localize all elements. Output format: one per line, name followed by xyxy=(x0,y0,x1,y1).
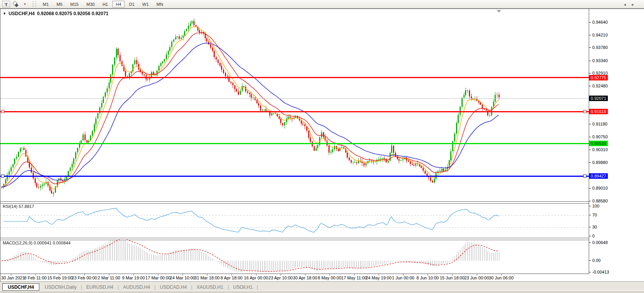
time-label: 8 Jun 10:00 xyxy=(416,276,439,280)
mt4-window: T ▼ M1M5M15M30H1H4D1W1MN ▼ USDCHF,H4 0.9… xyxy=(0,0,644,293)
time-label: 1 Jun 00:00 xyxy=(392,276,414,280)
time-label: 23 Jun 00:00 xyxy=(464,276,489,280)
time-label: 23 Apr 10:00 xyxy=(268,276,293,280)
time-label: 15 Feb 19:00 xyxy=(47,276,73,280)
tab-scroll-arrows: ◄► xyxy=(623,3,639,7)
line-anchor-handle[interactable] xyxy=(1,110,4,113)
rsi-canvas[interactable] xyxy=(0,203,589,238)
timeframe-button-h4[interactable]: H4 xyxy=(112,1,124,7)
current-price-label: 0.92071 xyxy=(589,96,608,101)
chart-tab-usoil-h1[interactable]: USOil,H1 xyxy=(229,284,256,291)
time-label: 8 Feb 11:00 xyxy=(24,276,47,280)
timeframe-button-m5[interactable]: M5 xyxy=(53,1,65,7)
time-label: 8 Apr 18:00 xyxy=(221,276,242,280)
horizontal-line-0.92775[interactable] xyxy=(0,77,589,78)
chart-area: ▼ USDCHF,H4 0.92068 0.92075 0.92056 0.92… xyxy=(0,9,644,282)
time-label: 17 Mar 00:00 xyxy=(146,276,171,280)
chart-title[interactable]: ▼ USDCHF,H4 0.92068 0.92075 0.92056 0.92… xyxy=(3,11,109,16)
hline-price-label: 0.90539 xyxy=(589,141,608,146)
chart-shift-marker[interactable] xyxy=(497,10,501,12)
rsi-label: RSI(14) 57.8817 xyxy=(3,204,34,209)
timeframe-button-h1[interactable]: H1 xyxy=(99,1,111,7)
chart-tab-usdcnh-daily[interactable]: USDCNH,Daily xyxy=(41,284,80,291)
time-label: 30 Jun 06:00 xyxy=(489,276,514,280)
time-label: 9 Mar 19:00 xyxy=(122,276,145,280)
time-label: 16 Apr 00:00 xyxy=(244,276,268,280)
time-label: 15 Jun 18:00 xyxy=(440,276,465,280)
tab-separator: | xyxy=(81,284,82,291)
time-label: 30 Jan 2021 xyxy=(1,276,25,280)
macd-pane: MACD(12,26,9) 0.000941 0.000844 xyxy=(0,239,589,274)
horizontal-line-0.89427[interactable] xyxy=(0,176,589,177)
price-axis[interactable]: 0.946400.942100.937800.933400.929100.924… xyxy=(589,9,644,274)
hline-price-label: 0.91618 xyxy=(589,109,608,114)
toolbar: T ▼ M1M5M15M30H1H4D1W1MN xyxy=(0,0,644,9)
time-label: 24 Mar 10:00 xyxy=(170,276,195,280)
text-tool-button[interactable]: T xyxy=(2,1,10,7)
time-axis[interactable]: 30 Jan 20218 Feb 11:0015 Feb 19:0023 Feb… xyxy=(0,274,589,282)
line-anchor-handle[interactable] xyxy=(1,174,4,178)
drawing-styles-button[interactable] xyxy=(11,1,20,7)
tab-separator: | xyxy=(154,284,156,291)
tab-scroll-right-icon[interactable]: ► xyxy=(631,3,639,7)
chart-tab-xauusd-h1[interactable]: XAUUSD,H1 xyxy=(193,284,227,291)
chart-tab-audusd-h4[interactable]: AUDUSD,H4 xyxy=(119,284,154,291)
macd-label: MACD(12,26,9) 0.000941 0.000844 xyxy=(3,241,70,245)
current-price-line xyxy=(0,98,589,99)
status-bar xyxy=(0,291,644,293)
hline-price-label: 0.92775 xyxy=(589,75,608,80)
timeframe-button-w1[interactable]: W1 xyxy=(139,1,152,7)
time-label: 30 Apr 18:00 xyxy=(293,276,317,280)
timeframe-button-d1[interactable]: D1 xyxy=(126,1,138,7)
line-anchor-handle[interactable] xyxy=(583,110,586,113)
tab-scroll-left-icon[interactable]: ◄ xyxy=(623,3,631,7)
time-label: 23 Feb 00:00 xyxy=(72,276,97,280)
tab-separator: | xyxy=(118,284,119,291)
timeframe-button-m15[interactable]: M15 xyxy=(67,1,82,7)
hline-price-label: 0.89427 xyxy=(589,173,608,179)
ohlc-values: 0.92068 0.92075 0.92056 0.92071 xyxy=(37,11,109,16)
chart-tab-eurusd-h4[interactable]: EURUSD,H4 xyxy=(82,284,117,291)
line-anchor-handle[interactable] xyxy=(583,174,586,178)
price-chart-canvas[interactable] xyxy=(0,9,589,201)
chart-tab-usdcad-h4[interactable]: USDCAD,H4 xyxy=(156,284,191,291)
macd-canvas[interactable] xyxy=(0,239,589,274)
time-label: 17 May 11:00 xyxy=(341,276,367,280)
chart-tab-usdchf-h4[interactable]: USDCHF,H4 xyxy=(2,283,39,291)
symbol-period-label: USDCHF,H4 xyxy=(9,11,35,16)
toolbar-dropdown-caret[interactable]: ▼ xyxy=(21,1,29,7)
horizontal-line-0.91618[interactable] xyxy=(0,111,589,112)
time-label: 2 Mar 11:00 xyxy=(98,276,120,280)
tab-separator: | xyxy=(191,284,192,291)
tab-separator: | xyxy=(228,284,229,291)
macd-values: 0.000941 0.000844 xyxy=(33,241,70,245)
price-pane: ▼ USDCHF,H4 0.92068 0.92075 0.92056 0.92… xyxy=(0,9,589,201)
horizontal-line-0.90539[interactable] xyxy=(0,143,589,144)
diamonds-icon xyxy=(13,2,18,7)
time-label: 31 Mar 18:00 xyxy=(195,276,220,280)
time-label: 24 May 19:00 xyxy=(366,276,392,280)
timeframe-button-mn[interactable]: MN xyxy=(153,1,166,7)
timeframe-toolbar: M1M5M15M30H1H4D1W1MN xyxy=(39,1,167,7)
tab-separator: | xyxy=(257,284,258,291)
time-label: 8 May 00:00 xyxy=(318,276,342,280)
rsi-pane: RSI(14) 57.8817 xyxy=(0,203,589,238)
timeframe-button-m1[interactable]: M1 xyxy=(40,1,52,7)
toolbar-grip[interactable] xyxy=(33,1,36,7)
timeframe-button-m30[interactable]: M30 xyxy=(83,1,98,7)
rsi-value: 57.8817 xyxy=(19,204,34,209)
chart-tab-bar: USDCHF,H4USDCNH,Daily|EURUSD,H4|AUDUSD,H… xyxy=(0,281,644,291)
chart-collapse-icon[interactable]: ▼ xyxy=(3,12,6,16)
